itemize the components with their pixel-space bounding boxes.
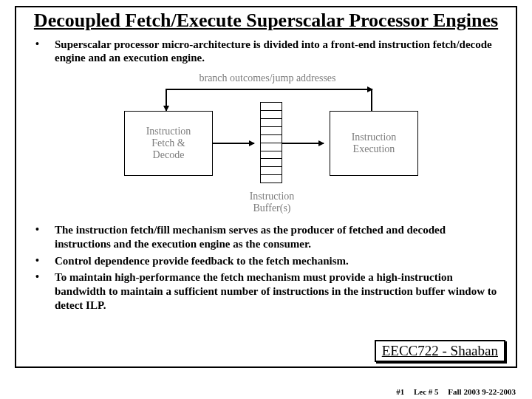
feedback-label: branch outcomes/jump addresses [164, 72, 371, 84]
feedback-line [166, 89, 372, 90]
slide-footer: #1 Lec # 5 Fall 2003 9-22-2003 [0, 387, 532, 396]
course-box: EECC722 - Shaaban [375, 340, 505, 362]
execution-box: Instruction Execution [330, 111, 418, 176]
fetch-decode-box: Instruction Fetch & Decode [124, 111, 213, 176]
page-number: #1 [396, 387, 404, 396]
feedback-arrow [166, 89, 167, 111]
lecture-number: Lec # 5 [414, 387, 439, 396]
slide-title: Decoupled Fetch/Execute Superscalar Proc… [31, 10, 501, 32]
bullet-item: Superscalar processor micro-architecture… [35, 38, 501, 66]
fetch-to-buffer-arrow [213, 143, 254, 144]
buffer-label: Instruction Buffer(s) [228, 191, 316, 214]
slide-frame: Decoupled Fetch/Execute Superscalar Proc… [15, 6, 517, 368]
architecture-diagram: branch outcomes/jump addresses Instructi… [96, 72, 436, 213]
bottom-bullets: The instruction fetch/fill mechanism ser… [31, 223, 501, 313]
bullet-item: To maintain high-performance the fetch m… [35, 270, 501, 312]
term-date: Fall 2003 9-22-2003 [448, 387, 516, 396]
instruction-buffer [260, 102, 282, 183]
buffer-to-exec-arrow [282, 143, 324, 144]
bullet-item: Control dependence provide feedback to t… [35, 254, 501, 268]
bullet-item: The instruction fetch/fill mechanism ser… [35, 223, 501, 251]
top-bullets: Superscalar processor micro-architecture… [31, 38, 501, 66]
